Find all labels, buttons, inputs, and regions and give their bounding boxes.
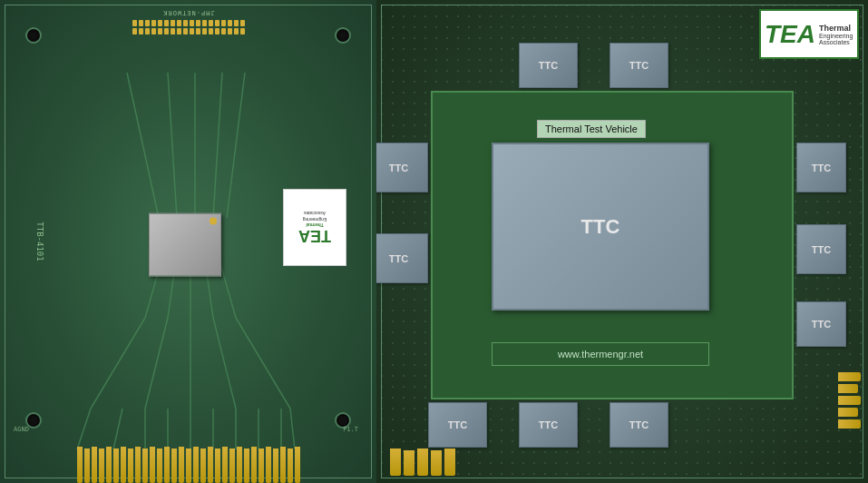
gold-finger (121, 447, 126, 483)
pin (139, 28, 143, 34)
pin (240, 28, 245, 34)
pin (234, 20, 239, 26)
gold-finger (142, 448, 148, 483)
gold-finger (171, 448, 177, 483)
gold-finger (404, 450, 414, 476)
side-gold-finger (838, 372, 861, 381)
pin (177, 28, 181, 34)
gold-finger (215, 448, 220, 483)
svg-line-20 (290, 409, 295, 449)
ttc-chip-right-lower: TTC (796, 301, 846, 347)
gold-finger (244, 448, 249, 483)
gold-finger (186, 448, 191, 483)
svg-line-9 (213, 318, 236, 409)
side-gold-finger (838, 408, 858, 417)
svg-line-21 (127, 73, 159, 218)
tea-line2: Engineering (819, 33, 853, 39)
ttc-chip-top-2: TTC (610, 43, 668, 88)
pin (196, 28, 200, 34)
tea-logo-sub1: Thermal (306, 222, 323, 228)
top-connector-area: JMP-NETWORK (132, 9, 245, 34)
bottom-left-connector (390, 448, 455, 476)
svg-line-12 (113, 409, 122, 449)
side-gold-finger (838, 396, 861, 405)
pin (151, 28, 156, 34)
pin (183, 28, 188, 34)
gold-finger (417, 448, 428, 476)
gold-finger (92, 447, 97, 483)
gold-finger (77, 447, 83, 483)
gold-finger (157, 448, 162, 483)
pin (234, 28, 239, 34)
gold-finger (288, 448, 293, 483)
pin (139, 20, 143, 26)
gold-finger (237, 447, 242, 483)
pin (164, 28, 169, 34)
gold-finger (135, 447, 141, 483)
pin (196, 20, 200, 26)
gold-finger (258, 448, 264, 483)
pin (171, 28, 175, 34)
pin (221, 28, 226, 34)
pin (190, 20, 194, 26)
tea-logo-text-left: TEA (298, 228, 331, 244)
svg-line-22 (168, 73, 177, 218)
pin (183, 20, 188, 26)
connector-row-2 (132, 28, 245, 34)
gold-finger (208, 447, 213, 483)
pin (228, 28, 232, 34)
pin (209, 28, 213, 34)
svg-line-25 (227, 73, 245, 218)
gold-finger (179, 447, 184, 483)
connector-pins-block (132, 20, 245, 34)
pin (190, 28, 194, 34)
left-pcb: JMP-NETWORK (0, 0, 376, 483)
left-pcb-panel: JMP-NETWORK (0, 0, 376, 483)
tea-logo-right: TEA Thermal Engineering Associates (759, 9, 859, 59)
right-pcb-panel: TEA Thermal Engineering Associates TTC T… (376, 0, 868, 483)
connector-label-top: JMP-NETWORK (132, 9, 245, 16)
tea-big-text: TEA (765, 22, 815, 47)
svg-line-10 (236, 318, 290, 409)
gold-finger (431, 450, 442, 476)
pin (209, 20, 213, 26)
right-side-connector (838, 372, 861, 429)
gold-finger (273, 448, 278, 483)
gold-finger (280, 447, 286, 483)
tea-line3: Associates (819, 39, 853, 45)
right-pcb: TEA Thermal Engineering Associates TTC T… (376, 0, 868, 483)
gold-finger (84, 448, 90, 483)
gold-finger (444, 448, 455, 476)
gold-finger (229, 448, 235, 483)
tea-line1: Thermal (819, 24, 853, 33)
pin (177, 20, 181, 26)
pin (145, 20, 150, 26)
pcb-text-agnd: AGND (14, 426, 29, 433)
pin (171, 20, 175, 26)
ttc-chip-bottom-left: TTC (428, 402, 487, 448)
gold-finger (164, 447, 170, 483)
ttc-center-chip: TTC (492, 143, 709, 310)
url-label: www.thermengr.net (492, 342, 709, 366)
pin (228, 20, 232, 26)
gold-finger (390, 448, 401, 476)
side-gold-finger (838, 419, 861, 429)
pin (158, 28, 162, 34)
pcb-text-plt: P1.T (343, 426, 358, 433)
ttc-chip-left-lower: TTC (376, 233, 428, 283)
board-id: TTB-4101 (35, 222, 44, 261)
pin (215, 20, 219, 26)
tea-logo-sub3: Associates (304, 211, 326, 217)
ttc-chip-bottom-1: TTC (519, 402, 578, 448)
gold-finger (128, 448, 133, 483)
ttc-chip-bottom-2: TTC (610, 402, 668, 448)
gold-finger (251, 447, 257, 483)
mount-hole-tr (335, 27, 351, 44)
ttc-chip-mid-left: TTC (376, 143, 428, 192)
center-chip (149, 213, 221, 277)
pin (132, 20, 137, 26)
chip-pad (210, 218, 217, 225)
connector-row-1 (132, 20, 245, 26)
bottom-flex-connector (77, 447, 300, 483)
svg-line-7 (145, 318, 168, 409)
